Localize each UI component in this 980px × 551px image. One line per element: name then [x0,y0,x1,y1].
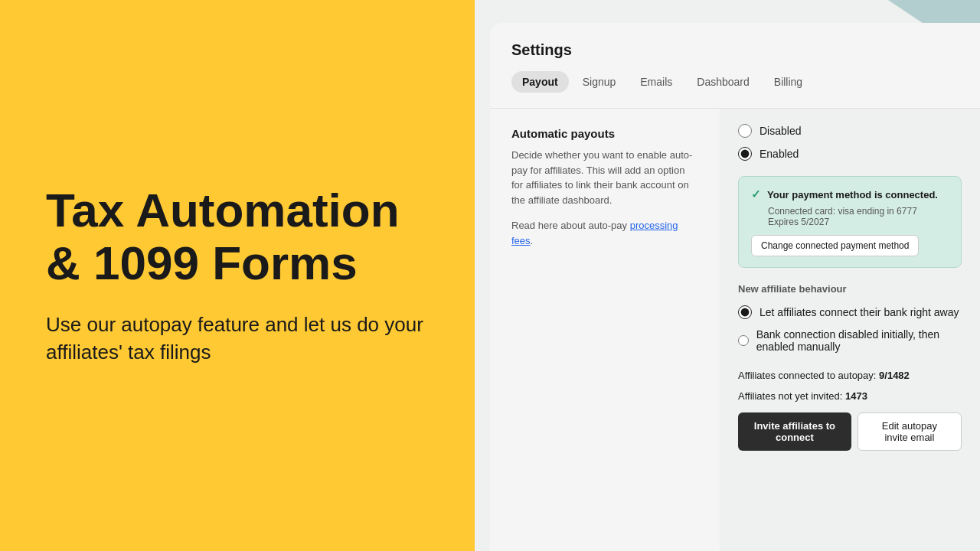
sub-heading: Use our autopay feature and let us do yo… [46,311,429,367]
payment-connected-title: Your payment method is connected. [767,189,938,201]
settings-body: Automatic payouts Decide whether you wan… [490,109,980,551]
affiliates-not-invited-value: 1473 [845,390,867,402]
new-affiliate-radio-group: Let affiliates connect their bank right … [738,305,962,353]
bank-right-away-label: Let affiliates connect their bank right … [760,306,959,318]
check-icon: ✓ [751,187,761,201]
disabled-radio-item[interactable]: Disabled [738,124,962,138]
bank-right-away-radio-item[interactable]: Let affiliates connect their bank right … [738,305,962,319]
disabled-radio[interactable] [738,124,752,138]
payment-connected-box: ✓ Your payment method is connected. Conn… [738,176,962,268]
tabs-bar: Payout Signup Emails Dashboard Billing [490,71,980,109]
right-panel: Settings Payout Signup Emails Dashboard … [475,0,980,551]
payment-connected-subtitle: Connected card: visa ending in 6777 Expi… [751,206,949,227]
bank-disabled-initially-radio[interactable] [738,334,749,347]
enabled-disabled-radio-group: Disabled Enabled [738,124,962,161]
bank-disabled-initially-radio-item[interactable]: Bank connection disabled initially, then… [738,328,962,353]
left-content: Tax Automation & 1099 Forms Use our auto… [46,184,429,366]
new-affiliate-behaviour-label: New affiliate behaviour [738,283,962,295]
disabled-label: Disabled [760,125,801,137]
payment-connected-header: ✓ Your payment method is connected. [751,187,949,201]
left-panel: Tax Automation & 1099 Forms Use our auto… [0,0,475,551]
options-col: Disabled Enabled ✓ Your payment method i… [720,109,980,551]
tab-payout[interactable]: Payout [511,71,569,93]
settings-card: Settings Payout Signup Emails Dashboard … [490,23,980,551]
tab-dashboard[interactable]: Dashboard [686,71,760,93]
enabled-label: Enabled [760,148,799,160]
bank-disabled-initially-label: Bank connection disabled initially, then… [756,328,962,353]
tab-signup[interactable]: Signup [572,71,627,93]
settings-title: Settings [490,41,980,71]
invite-affiliates-button[interactable]: Invite affiliates to connect [738,412,851,451]
affiliates-connected-value: 9/1482 [879,370,910,381]
edit-autopay-invite-button[interactable]: Edit autopay invite email [858,412,962,451]
affiliates-connected-stat: Affiliates connected to autopay: 9/1482 [738,368,962,384]
tab-billing[interactable]: Billing [763,71,813,93]
change-payment-button[interactable]: Change connected payment method [751,235,919,256]
action-buttons: Invite affiliates to connect Edit autopa… [738,412,962,451]
bank-right-away-radio[interactable] [738,305,752,319]
enabled-radio-item[interactable]: Enabled [738,147,962,161]
tab-emails[interactable]: Emails [629,71,683,93]
affiliates-not-invited-stat: Affiliates not yet invited: 1473 [738,389,962,405]
main-heading: Tax Automation & 1099 Forms [46,184,429,289]
enabled-radio[interactable] [738,147,752,161]
automatic-payouts-desc-col: Automatic payouts Decide whether you wan… [490,109,720,551]
automatic-payouts-description: Decide whether you want to enable auto-p… [511,148,698,207]
automatic-payouts-title: Automatic payouts [511,127,698,140]
processing-fees-line: Read here about auto-pay processing fees… [511,218,698,248]
